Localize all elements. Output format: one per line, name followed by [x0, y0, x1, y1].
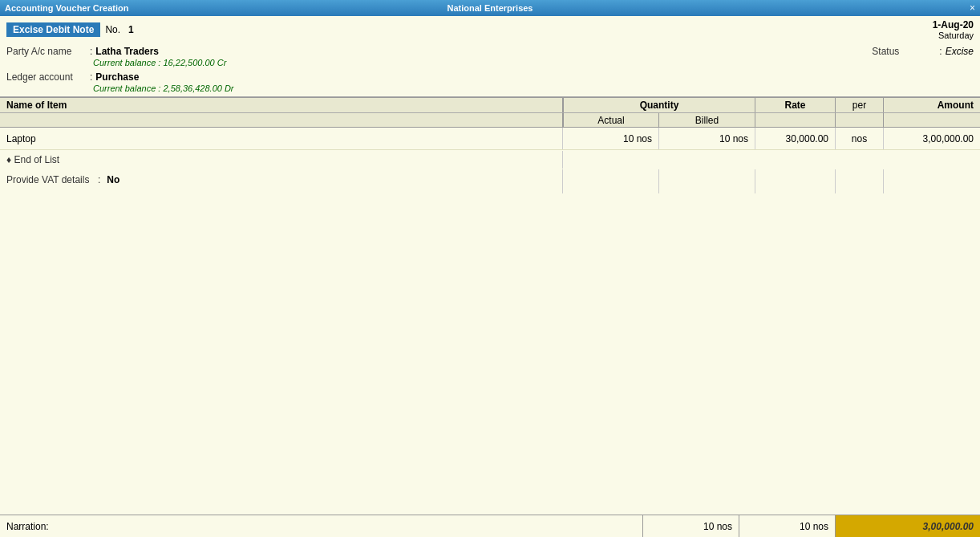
voucher-type-label: Excise Debit Note [6, 22, 100, 37]
table-header-row2: Actual Billed [0, 113, 980, 128]
vat-row: Provide VAT details : No [6, 173, 556, 187]
item-amount: 3,00,000.00 [923, 133, 974, 144]
close-button[interactable]: × [970, 2, 975, 14]
party-balance-row: Current balance : 16,22,500.00 Cr [93, 58, 974, 67]
th-actual: Actual [597, 115, 624, 126]
ledger-value[interactable]: Purchase [95, 71, 139, 83]
ledger-colon: : [90, 71, 92, 83]
ledger-balance-label: Current balance [93, 83, 156, 93]
end-of-list: ♦ End of List [6, 154, 59, 165]
status-value[interactable]: Excise [946, 46, 974, 57]
th-quantity: Quantity [640, 100, 679, 111]
table-row[interactable]: Laptop 10 nos 10 nos 30,000.00 nos [0, 128, 980, 150]
app-title: Accounting Voucher Creation [5, 3, 128, 13]
voucher-day: Saturday [933, 31, 974, 40]
voucher-no-value[interactable]: 1 [128, 24, 134, 35]
narration-billed: 10 nos [800, 521, 828, 532]
voucher-date[interactable]: 1-Aug-20 [933, 19, 974, 31]
narration-label: Narration: [6, 521, 49, 532]
ledger-balance-value: 2,58,36,428.00 Dr [163, 83, 233, 93]
narration-section: Narration: 10 nos 10 nos 3,00,000.00 [0, 515, 980, 537]
status-label: Status [872, 46, 936, 57]
voucher-no-label: No. [105, 24, 120, 35]
title-bar: Accounting Voucher Creation National Ent… [0, 0, 980, 16]
ledger-balance-colon: : [158, 83, 160, 93]
table-header-row1: Name of Item Quantity Rate per Amount [0, 97, 980, 113]
party-balance-label: Current balance [93, 58, 156, 67]
item-rate: 30,000.00 [786, 133, 828, 144]
company-name: National Enterprises [447, 3, 533, 13]
party-balance-value: 16,22,500.00 Cr [163, 58, 226, 67]
status-colon: : [939, 46, 942, 57]
ledger-field-row: Ledger account : Purchase [6, 71, 974, 83]
voucher-header-section: Excise Debit Note No. 1 1-Aug-20 Saturda… [0, 16, 980, 97]
voucher-type-row: Excise Debit Note No. 1 [6, 22, 134, 37]
party-balance-colon: : [158, 58, 160, 67]
table-body: Laptop 10 nos 10 nos 30,000.00 nos [0, 128, 980, 515]
ledger-label: Ledger account [6, 71, 87, 83]
item-billed: 10 nos [719, 133, 748, 144]
item-name: Laptop [6, 133, 36, 144]
ledger-balance-row: Current balance : 2,58,36,428.00 Dr [93, 83, 974, 93]
narration-total: 3,00,000.00 [836, 515, 980, 537]
vat-colon: : [98, 174, 100, 185]
th-amount: Amount [937, 100, 974, 111]
th-rate: Rate [784, 100, 805, 111]
narration-actual: 10 nos [703, 521, 732, 532]
vat-label: Provide VAT details [6, 174, 95, 185]
party-label: Party A/c name [6, 46, 87, 57]
date-section: 1-Aug-20 Saturday [933, 19, 974, 40]
item-actual: 10 nos [623, 133, 652, 144]
th-per: per [852, 100, 866, 111]
party-value[interactable]: Latha Traders [95, 46, 159, 57]
item-per: nos [852, 133, 867, 144]
party-field-row: Party A/c name : Latha Traders Status : … [6, 45, 974, 58]
party-colon: : [90, 46, 92, 57]
vat-value[interactable]: No [107, 174, 119, 185]
items-table: Name of Item Quantity Rate per Amount [0, 97, 980, 515]
th-billed: Billed [695, 115, 719, 126]
end-of-list-row: ♦ End of List [0, 150, 980, 169]
th-name: Name of Item [6, 100, 67, 111]
